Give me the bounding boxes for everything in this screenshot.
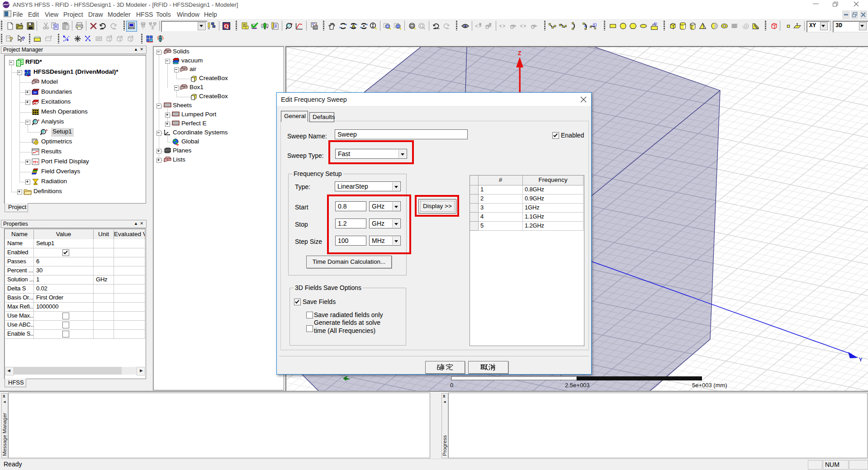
svg-text:5e+003 (mm): 5e+003 (mm) [692, 382, 727, 389]
svg-text:f0: f0 [654, 22, 657, 26]
svg-text:Q: Q [224, 23, 229, 29]
svg-text:?: ? [9, 36, 13, 43]
svg-text:Z: Z [518, 50, 521, 57]
svg-text:2.5e+003: 2.5e+003 [565, 382, 590, 389]
svg-text:f(): f() [593, 22, 597, 27]
svg-text:?: ? [22, 35, 25, 42]
svg-text:Y: Y [859, 357, 863, 362]
svg-text:0: 0 [450, 382, 453, 389]
